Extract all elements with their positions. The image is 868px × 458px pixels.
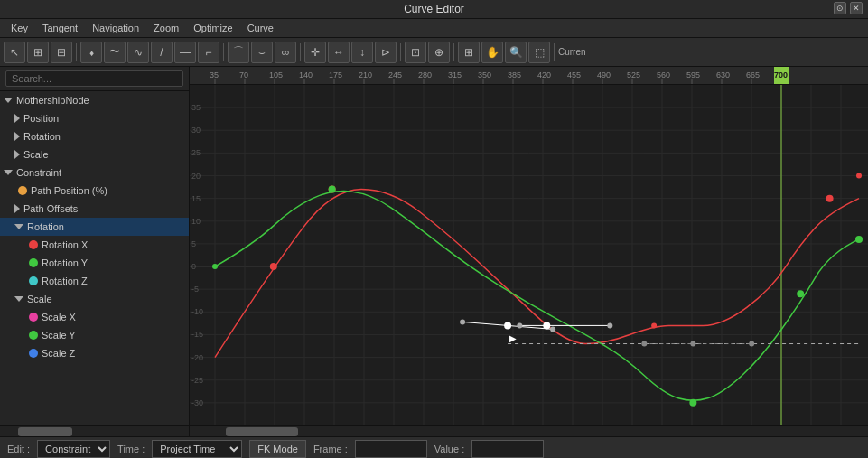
tree-item-mothership[interactable]: MothershipNode [0, 91, 189, 109]
expand-arrow [14, 150, 20, 159]
weighted-icon[interactable]: ⌣ [251, 42, 273, 63]
tree-label-rotation-x: Rotation X [42, 239, 185, 250]
expand-arrow [14, 114, 20, 123]
tree-item-rotation-z[interactable]: Rotation Z [0, 272, 189, 290]
infinity-icon[interactable]: ∞ [275, 42, 296, 63]
tree-item-scale-y[interactable]: Scale Y [0, 326, 189, 344]
tree-panel: MothershipNode Position Rotation Scale C… [0, 91, 189, 425]
tree-label-scale-z: Scale Z [42, 348, 185, 359]
current-label: Curren [558, 47, 586, 57]
tree-item-scale-z[interactable]: Scale Z [0, 344, 189, 362]
frame-label: Frame : [313, 444, 348, 454]
dot-scale-x [29, 313, 38, 322]
tree-item-constraint[interactable]: Constraint [0, 164, 189, 182]
move-icon[interactable]: ↖ [4, 42, 25, 63]
menu-optimize[interactable]: Optimize [186, 21, 239, 35]
tree-label-scale-x: Scale X [42, 312, 185, 322]
menu-navigation[interactable]: Navigation [85, 21, 146, 35]
tree-item-scale-x[interactable]: Scale X [0, 308, 189, 326]
tree-label-rotation-top: Rotation [23, 131, 185, 142]
tree-label-path-offsets: Path Offsets [23, 203, 185, 214]
layer-icon[interactable]: ⊟ [51, 42, 72, 63]
curve-area [190, 67, 868, 436]
dot-rotation-y [29, 258, 38, 267]
flat-tangent-icon[interactable]: — [174, 42, 196, 63]
title-text: Curve Editor [404, 3, 464, 15]
insert-icon[interactable]: ⊡ [405, 42, 426, 63]
normalize-icon[interactable]: ⊳ [375, 42, 397, 63]
edit-label: Edit : [7, 444, 30, 454]
value-label: Value : [434, 444, 464, 454]
time-select[interactable]: Project Time [152, 440, 242, 458]
auto-tangent-icon[interactable]: ∿ [127, 42, 149, 63]
separator-6 [554, 43, 555, 61]
tangent-flat-icon[interactable]: 〜 [104, 42, 126, 63]
copy-icon[interactable]: ⊞ [27, 42, 49, 63]
dot-rotation-z [29, 276, 38, 285]
tree-label-scale-top: Scale [23, 149, 185, 160]
title-bar: Curve Editor ⊙ ✕ [0, 0, 868, 19]
dot-scale-z [29, 349, 38, 358]
main-content: MothershipNode Position Rotation Scale C… [0, 67, 868, 436]
horizontal-scrollbar[interactable] [190, 425, 868, 436]
dot-scale-y [29, 331, 38, 340]
fk-mode-button[interactable]: FK Mode [249, 440, 306, 458]
vertical-scrollbar[interactable] [0, 425, 189, 436]
tree-item-rotation-constraint[interactable]: Rotation [0, 218, 189, 236]
linear-tangent-icon[interactable]: / [151, 42, 173, 63]
menu-curve[interactable]: Curve [240, 21, 281, 35]
tree-item-scale-constraint[interactable]: Scale [0, 290, 189, 308]
menu-tangent[interactable]: Tangent [35, 21, 85, 35]
step-tangent-icon[interactable]: ⌐ [198, 42, 219, 63]
scale-h-icon[interactable]: ↔ [328, 42, 350, 63]
search-bar [0, 67, 189, 91]
edit-select[interactable]: Constraint [37, 440, 110, 458]
tree-item-rotation-x[interactable]: Rotation X [0, 236, 189, 254]
scale-v-icon[interactable]: ↕ [351, 42, 373, 63]
time-label: Time : [117, 444, 145, 454]
dot-path-position [18, 186, 27, 195]
expand-arrow [4, 170, 13, 175]
tree-label-scale-y: Scale Y [42, 330, 185, 341]
value-input[interactable] [471, 440, 544, 458]
tree-label-rotation-z: Rotation Z [42, 276, 185, 286]
tree-item-rotation-top[interactable]: Rotation [0, 127, 189, 145]
tree-item-scale-top[interactable]: Scale [0, 145, 189, 164]
separator-1 [76, 43, 77, 61]
separator-3 [300, 43, 301, 61]
zoom-icon[interactable]: 🔍 [505, 42, 527, 63]
curve-canvas[interactable] [190, 85, 868, 425]
curve-canvas-container[interactable] [190, 85, 868, 425]
h-scroll-thumb[interactable] [226, 427, 298, 436]
expand-arrow [4, 98, 13, 103]
separator-4 [400, 43, 401, 61]
dot-rotation-x [29, 240, 38, 249]
separator-5 [453, 43, 454, 61]
close-button[interactable]: ✕ [850, 2, 863, 14]
toolbar: ↖ ⊞ ⊟ ⬧ 〜 ∿ / — ⌐ ⌒ ⌣ ∞ ✛ ↔ ↕ ⊳ ⊡ ⊕ ⊞ ✋ … [0, 38, 868, 67]
title-controls: ⊙ ✕ [834, 2, 863, 14]
hand-icon[interactable]: ✋ [481, 42, 503, 63]
plateau-icon[interactable]: ⌒ [228, 42, 249, 63]
expand-arrow [14, 224, 23, 229]
tree-item-path-offsets[interactable]: Path Offsets [0, 200, 189, 218]
menu-key[interactable]: Key [4, 21, 35, 35]
minimize-button[interactable]: ⊙ [834, 2, 846, 14]
search-input[interactable] [5, 70, 183, 87]
key-icon[interactable]: ⬧ [80, 42, 102, 63]
left-panel: MothershipNode Position Rotation Scale C… [0, 67, 190, 436]
frame-input[interactable] [355, 440, 427, 458]
tree-item-position[interactable]: Position [0, 109, 189, 127]
timeline-ruler [190, 67, 868, 85]
fit-icon[interactable]: ⊞ [458, 42, 480, 63]
move2-icon[interactable]: ✛ [304, 42, 326, 63]
tree-label-position: Position [23, 113, 185, 124]
tree-label-constraint: Constraint [16, 167, 185, 178]
menu-bar: Key Tangent Navigation Zoom Optimize Cur… [0, 19, 868, 38]
region-icon[interactable]: ⬚ [528, 42, 550, 63]
tree-item-path-position[interactable]: Path Position (%) [0, 182, 189, 200]
snap-icon[interactable]: ⊕ [428, 42, 450, 63]
tree-item-rotation-y[interactable]: Rotation Y [0, 254, 189, 272]
v-scroll-thumb[interactable] [18, 427, 72, 436]
menu-zoom[interactable]: Zoom [146, 21, 186, 35]
